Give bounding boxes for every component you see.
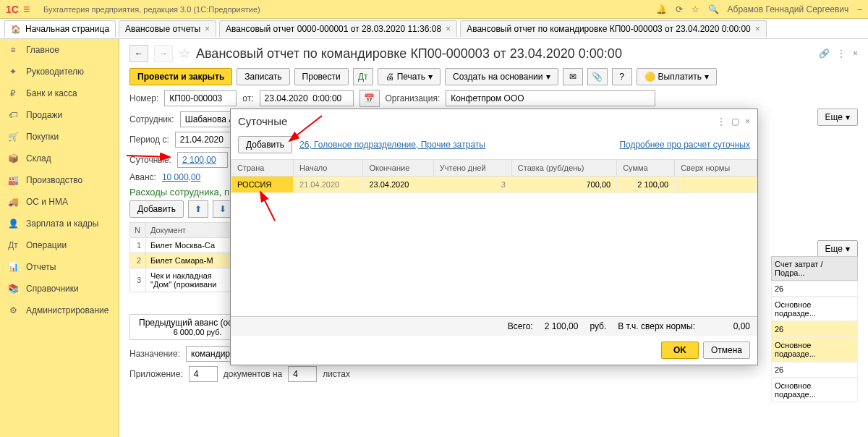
sidebar-item-bank[interactable]: ₽Банк и касса: [0, 82, 119, 104]
close-icon[interactable]: ×: [446, 24, 451, 34]
number-input[interactable]: [164, 90, 237, 106]
advance-link[interactable]: 10 000,00: [162, 172, 200, 182]
post-close-button[interactable]: Провести и закрыть: [129, 68, 232, 85]
star-icon[interactable]: ☆: [692, 4, 699, 14]
expenses-more-button[interactable]: Еще ▾: [817, 240, 858, 258]
attach-count-input[interactable]: [189, 366, 218, 382]
pay-button[interactable]: 🟡 Выплатить ▾: [637, 68, 718, 85]
post-button[interactable]: Провести: [294, 68, 349, 85]
more-button[interactable]: Еще ▾: [817, 109, 858, 126]
modal-ok-button[interactable]: OK: [661, 341, 699, 359]
table-row[interactable]: 3Чек и накладная "Дом" (проживани: [130, 268, 231, 292]
attach-label: Приложение:: [129, 369, 183, 379]
sidebar-item-purchases[interactable]: 🛒Покупки: [0, 126, 119, 148]
gear-icon: ⚙: [7, 305, 19, 315]
close-icon[interactable]: ×: [853, 48, 858, 59]
manager-icon: ✦: [7, 67, 19, 77]
close-icon[interactable]: ×: [205, 24, 210, 34]
tab-item[interactable]: Авансовые отчеты×: [119, 20, 216, 37]
add-expense-button[interactable]: Добавить: [129, 200, 184, 218]
number-label: Номер:: [129, 93, 158, 103]
bank-icon: ₽: [7, 88, 19, 98]
forward-button[interactable]: →: [154, 45, 173, 62]
modal-footer: Всего: 2 100,00 руб. В т.ч. сверх нормы:…: [231, 316, 757, 336]
dtkt-button[interactable]: Дт: [353, 68, 373, 85]
bell-icon[interactable]: 🔔: [656, 4, 667, 14]
modal-table: СтранаНачалоОкончание Учтено днейСтавка …: [231, 159, 757, 193]
modal-maximize-icon[interactable]: ▢: [731, 116, 739, 127]
account-panel: Счет затрат / Подра... 26 Основное подра…: [771, 256, 858, 402]
sidebar-item-hr[interactable]: 👤Зарплата и кадры: [0, 213, 119, 234]
period-label: Период с:: [129, 135, 169, 145]
modal-title: Суточные: [238, 115, 287, 127]
app-logo: 1C: [6, 4, 19, 15]
sidebar-item-admin[interactable]: ⚙Администрирование: [0, 300, 119, 321]
tab-item[interactable]: Авансовый отчет по командировке КП00-000…: [460, 20, 767, 37]
production-icon: 🏭: [7, 175, 19, 185]
table-row[interactable]: 1Билет Москва-Са: [130, 238, 231, 253]
purpose-label: Назначение:: [129, 349, 180, 359]
help-button[interactable]: ?: [612, 68, 632, 85]
close-icon[interactable]: ×: [755, 24, 760, 34]
history-icon[interactable]: ⟳: [676, 4, 683, 14]
truck-icon: 🚚: [7, 197, 19, 207]
sales-icon: 🏷: [7, 110, 19, 120]
emp-label: Сотрудник:: [129, 114, 174, 124]
menu-icon[interactable]: ≡: [23, 3, 36, 16]
sidebar: ≡Главное ✦Руководителю ₽Банк и касса 🏷Пр…: [0, 39, 119, 437]
org-label: Организация:: [386, 93, 441, 103]
link-icon[interactable]: 🔗: [819, 48, 830, 59]
modal-subdiv-link[interactable]: 26, Головное подразделение, Прочие затра…: [299, 140, 485, 150]
sidebar-item-manager[interactable]: ✦Руководителю: [0, 61, 119, 82]
sidebar-item-reports[interactable]: 📊Отчеты: [0, 256, 119, 278]
person-icon: 👤: [7, 218, 19, 229]
modal-row[interactable]: РОССИЯ 21.04.2020 23.04.2020 3 700,00 2 …: [231, 177, 757, 193]
date-input[interactable]: [260, 90, 354, 106]
operations-icon: Дт: [7, 240, 19, 250]
create-on-button[interactable]: Создать на основании ▾: [445, 68, 558, 85]
acct-header: Счет затрат / Подра...: [771, 256, 858, 281]
move-up-button[interactable]: ⬆: [188, 200, 208, 218]
print-button[interactable]: 🖨 Печать ▾: [378, 68, 441, 85]
tab-item[interactable]: Авансовый отчет 0000-000001 от 28.03.202…: [219, 20, 457, 37]
calendar-icon[interactable]: 📅: [359, 90, 380, 107]
books-icon: 📚: [7, 284, 19, 294]
warehouse-icon: 📦: [7, 153, 19, 164]
search-icon[interactable]: 🔍: [708, 4, 719, 14]
modal-close-icon[interactable]: ×: [745, 116, 750, 127]
more-icon[interactable]: ⋮: [837, 48, 846, 59]
app-topbar: 1C ≡ Бухгалтерия предприятия, редакция 3…: [0, 0, 868, 19]
period-input[interactable]: [175, 132, 233, 148]
minimize-icon[interactable]: –: [857, 4, 862, 14]
attach-button[interactable]: 📎: [587, 68, 608, 85]
org-input[interactable]: [446, 90, 655, 106]
modal-cancel-button[interactable]: Отмена: [703, 341, 750, 359]
modal-details-link[interactable]: Подробнее про расчет суточных: [619, 140, 750, 150]
back-button[interactable]: ←: [129, 45, 148, 62]
save-button[interactable]: Записать: [237, 68, 289, 85]
sidebar-item-main[interactable]: ≡Главное: [0, 39, 119, 61]
expenses-table: NДокумент 1Билет Москва-Са 2Билет Самара…: [129, 222, 231, 292]
from-label: от:: [242, 93, 253, 103]
daily-link[interactable]: 2 100,00: [177, 152, 228, 168]
sidebar-item-directories[interactable]: 📚Справочники: [0, 278, 119, 300]
advance-label: Аванс:: [129, 172, 156, 182]
user-label[interactable]: Абрамов Геннадий Сергеевич: [728, 4, 849, 14]
daily-modal: Суточные ⋮ ▢ × Добавить 26, Головное под…: [230, 109, 758, 365]
app-title: Бухгалтерия предприятия, редакция 3.0 (1…: [43, 5, 260, 14]
sidebar-item-production[interactable]: 🏭Производство: [0, 169, 119, 191]
tab-bar: 🏠 Начальная страница Авансовые отчеты× А…: [0, 19, 868, 39]
envelope-button[interactable]: ✉: [563, 68, 583, 85]
modal-more-icon[interactable]: ⋮: [717, 116, 726, 127]
table-row[interactable]: 2Билет Самара-М: [130, 253, 231, 268]
sidebar-item-assets[interactable]: 🚚ОС и НМА: [0, 191, 119, 213]
modal-add-button[interactable]: Добавить: [238, 136, 292, 153]
home-icon: ≡: [7, 45, 19, 55]
sheets-count-input[interactable]: [288, 366, 317, 382]
sidebar-item-operations[interactable]: ДтОперации: [0, 234, 119, 256]
favorite-icon[interactable]: ☆: [179, 46, 190, 61]
tab-home[interactable]: 🏠 Начальная страница: [4, 20, 116, 37]
sidebar-item-sales[interactable]: 🏷Продажи: [0, 104, 119, 126]
sidebar-item-warehouse[interactable]: 📦Склад: [0, 148, 119, 169]
daily-label: Суточные:: [129, 155, 171, 165]
